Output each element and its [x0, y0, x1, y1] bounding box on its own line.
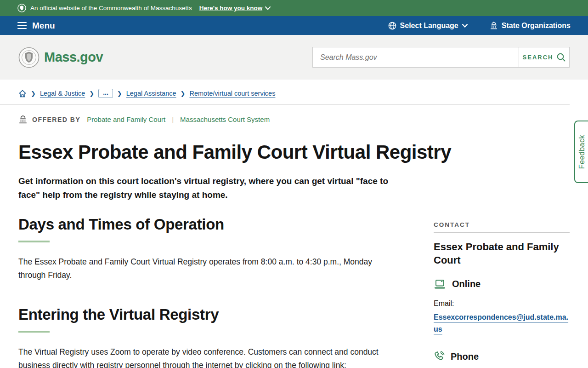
home-icon	[18, 90, 27, 98]
email-label: Email:	[434, 299, 570, 308]
official-banner: An official website of the Commonwealth …	[0, 0, 588, 16]
offered-by-row: OFFERED BY Probate and Family Court | Ma…	[0, 105, 588, 124]
section-days-times: Days and Times of Operation The Essex Pr…	[18, 216, 415, 282]
breadcrumb: ❯ Legal & Justice ❯ ... ❯ Legal Assistan…	[0, 80, 570, 105]
breadcrumb-separator: ❯	[181, 90, 186, 97]
state-organizations-link[interactable]: State Organizations	[490, 22, 571, 30]
contact-label: CONTACT	[434, 221, 570, 228]
section-entering-registry: Entering the Virtual Registry The Virtua…	[18, 306, 415, 368]
search-input[interactable]	[312, 47, 519, 68]
select-language-button[interactable]: Select Language	[388, 22, 468, 30]
offered-by-label: OFFERED BY	[18, 115, 80, 124]
breadcrumb-separator: ❯	[31, 90, 36, 97]
breadcrumb-separator: ❯	[117, 90, 122, 97]
offered-by-link-mass-court-system[interactable]: Massachusetts Court System	[180, 115, 270, 123]
laptop-icon	[434, 279, 446, 289]
section-body: The Essex Probate and Family Court Virtu…	[18, 255, 393, 282]
chevron-down-icon	[265, 6, 271, 10]
heres-how-you-know-link[interactable]: Here's how you know	[199, 5, 271, 12]
site-header: Mass.gov SEARCH	[0, 35, 588, 80]
feedback-label: Feedback	[578, 135, 586, 169]
page-lede: Get information on this court location's…	[18, 174, 404, 202]
site-search: SEARCH	[312, 47, 570, 68]
search-button[interactable]: SEARCH	[519, 47, 570, 68]
capitol-icon	[490, 22, 498, 29]
section-body: The Virtual Registry uses Zoom to operat…	[18, 345, 393, 368]
massgov-logo[interactable]: Mass.gov	[18, 47, 103, 68]
page-title: Essex Probate and Family Court Virtual R…	[18, 141, 570, 163]
contact-divider	[434, 232, 570, 233]
capitol-icon	[18, 115, 28, 124]
massgov-logo-text: Mass.gov	[44, 50, 103, 65]
menu-button[interactable]: Menu	[17, 21, 55, 31]
state-seal-icon	[17, 4, 26, 12]
breadcrumb-link-remote-virtual[interactable]: Remote/virtual court services	[189, 90, 275, 97]
section-heading: Days and Times of Operation	[18, 216, 415, 233]
search-icon	[557, 53, 565, 62]
chevron-down-icon	[462, 24, 468, 28]
breadcrumb-link-legal-assistance[interactable]: Legal Assistance	[126, 90, 176, 97]
offered-by-divider: |	[172, 115, 174, 123]
phone-contact-heading: Phone	[434, 351, 570, 362]
breadcrumb-link-legal-justice[interactable]: Legal & Justice	[40, 90, 85, 97]
breadcrumb-ellipsis-button[interactable]: ...	[98, 89, 113, 98]
hamburger-icon	[17, 22, 27, 29]
heading-rule	[18, 331, 50, 333]
main-content: Days and Times of Operation The Essex Pr…	[18, 216, 415, 368]
feedback-button[interactable]: Feedback	[574, 121, 588, 183]
breadcrumb-separator: ❯	[89, 90, 94, 97]
offered-by-link-probate-family-court[interactable]: Probate and Family Court	[87, 115, 165, 123]
massgov-seal-icon	[18, 47, 40, 68]
contact-sidebar: CONTACT Essex Probate and Family Court O…	[434, 216, 570, 368]
phone-icon	[434, 351, 445, 362]
email-link[interactable]: Essexcorrespondences@jud.state.ma.us	[434, 311, 570, 335]
main-navigation: Menu Select Language State Organizations	[0, 16, 588, 35]
official-banner-text: An official website of the Commonwealth …	[30, 5, 192, 12]
heading-rule	[18, 241, 50, 242]
contact-org-name: Essex Probate and Family Court	[434, 240, 570, 267]
online-contact-heading: Online	[434, 279, 570, 289]
globe-icon	[388, 22, 396, 30]
section-heading: Entering the Virtual Registry	[18, 306, 415, 323]
menu-label: Menu	[32, 21, 55, 31]
breadcrumb-home-link[interactable]	[18, 90, 27, 98]
